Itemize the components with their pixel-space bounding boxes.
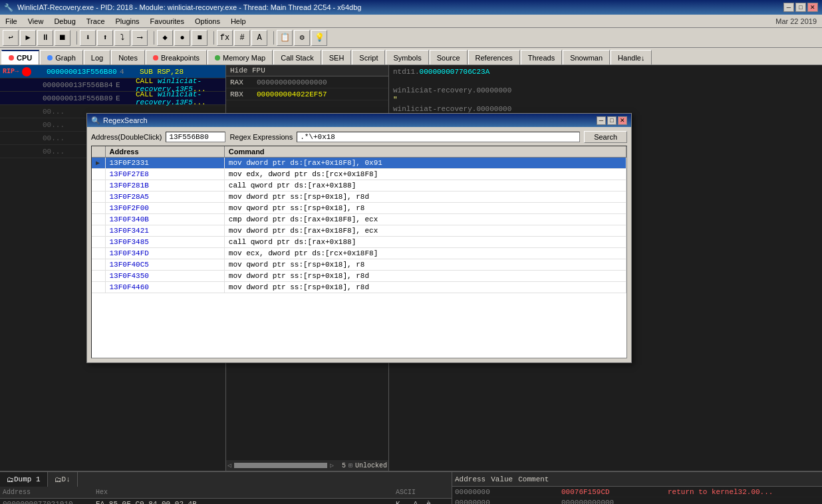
tab-snowman[interactable]: Snowman xyxy=(563,50,610,64)
tab-graph-label: Graph xyxy=(55,54,76,62)
tab-call-stack[interactable]: Call Stack xyxy=(273,50,321,64)
reg-rbx-value[interactable]: 000000004022EF57 xyxy=(257,90,384,98)
tb-pause[interactable]: ⏸ xyxy=(37,30,53,46)
regex-table-row[interactable]: 13F0F3421 mov dword ptr ds:[rax+0x18F8],… xyxy=(92,225,626,237)
regex-dialog-title[interactable]: 🔍 RegexSearch ─ □ ✕ xyxy=(87,114,631,127)
tb-restart[interactable]: ↩ xyxy=(3,30,19,46)
tb-step-into[interactable]: ⬇ xyxy=(80,30,96,46)
tb-settings[interactable]: ⚙ xyxy=(294,30,310,46)
dump-row[interactable]: 0000000077021010EA 85 0F C0 84 00 02 4BK… xyxy=(0,499,452,504)
tb-patch[interactable]: fx xyxy=(217,30,233,46)
unlock-label: Unlocked xyxy=(355,462,387,469)
tab-log[interactable]: Log xyxy=(84,50,110,64)
tab-bp-dot xyxy=(153,55,158,61)
minimize-button[interactable]: ─ xyxy=(783,3,794,12)
menu-view[interactable]: View xyxy=(25,16,47,27)
right-line-3: winliciat-recovery.00000000 xyxy=(393,86,818,94)
reg-scrollbar[interactable] xyxy=(234,463,327,468)
tab-graph-dot xyxy=(47,55,53,61)
tab-cpu[interactable]: CPU xyxy=(1,50,39,64)
regex-table-header: Address Command xyxy=(92,146,626,158)
menu-trace[interactable]: Trace xyxy=(84,16,108,27)
regex-window-controls: ─ □ ✕ xyxy=(597,116,627,125)
tab-notes-label: Notes xyxy=(118,54,138,62)
row-addr-7: 13F0F3485 xyxy=(105,237,224,248)
tb-run[interactable]: ▶ xyxy=(20,30,36,46)
regex-search-button[interactable]: Search xyxy=(584,131,627,143)
dump-tab-2[interactable]: 🗂 D↓ xyxy=(48,472,78,487)
row-addr-9: 13F0F40C5 xyxy=(105,259,224,271)
tb-run-to-cursor[interactable]: ⟶ xyxy=(132,30,148,46)
menu-favourites[interactable]: Favourites xyxy=(148,16,187,27)
menu-debug[interactable]: Debug xyxy=(51,16,78,27)
regex-expr-input[interactable] xyxy=(297,132,580,142)
row-addr-6: 13F0F3421 xyxy=(105,225,224,237)
menu-help[interactable]: Help xyxy=(228,16,249,27)
tb-step-out[interactable]: ⤵ xyxy=(114,30,130,46)
tb-log[interactable]: 📋 xyxy=(277,30,293,46)
row-cmd-11: mov dword ptr ss:[rsp+0x18], r8d xyxy=(224,282,626,293)
tab-handle[interactable]: Handle↓ xyxy=(611,50,652,64)
hide-fpu-btn[interactable]: Hide FPU xyxy=(226,65,388,76)
regex-dialog-content: Address(DoubleClick) Regex Expressions S… xyxy=(87,127,631,362)
tab-mem-dot xyxy=(215,55,220,61)
row-arrow-9 xyxy=(92,259,105,271)
regex-addr-input[interactable] xyxy=(166,132,225,142)
tab-breakpoints[interactable]: Breakpoints xyxy=(146,50,207,64)
tab-notes[interactable]: Notes xyxy=(111,50,145,64)
row-cmd-10: mov dword ptr ss:[rsp+0x18], r8d xyxy=(224,271,626,282)
stack-row[interactable]: 00000000000000000000 xyxy=(452,497,822,504)
tab-seh[interactable]: SEH xyxy=(322,50,352,64)
tb-stop[interactable]: ⏹ xyxy=(55,30,70,46)
regex-table-row[interactable]: 13F0F281B call qword ptr ds:[rax+0x188] xyxy=(92,180,626,191)
tab-graph[interactable]: Graph xyxy=(40,50,83,64)
disasm-row-2[interactable]: 000000013F556B89 E CALL winliciat-recove… xyxy=(0,92,225,105)
regex-table-row[interactable]: 13F0F340B cmp dword ptr ds:[rax+0x18F8],… xyxy=(92,214,626,225)
regex-table-row[interactable]: 13F0F3485 call qword ptr ds:[rax+0x188] xyxy=(92,237,626,248)
tb-hardware-bp[interactable]: ◆ xyxy=(157,30,173,46)
tab-threads[interactable]: Threads xyxy=(521,50,562,64)
tb-label[interactable]: A xyxy=(251,30,267,46)
tb-software-bp[interactable]: ● xyxy=(174,30,190,46)
regex-table-row[interactable]: 13F0F28A5 mov dword ptr ss:[rsp+0x18], r… xyxy=(92,191,626,203)
regex-table-row[interactable]: 13F0F4350 mov dword ptr ss:[rsp+0x18], r… xyxy=(92,271,626,282)
regex-table-row[interactable]: 13F0F34FD mov ecx, dword ptr ds:[rcx+0x1… xyxy=(92,248,626,259)
regex-table-row[interactable]: 13F0F2F00 mov qword ptr ss:[rsp+0x18], r… xyxy=(92,203,626,214)
regex-close-btn[interactable]: ✕ xyxy=(618,116,627,125)
stack-val-col: Value xyxy=(491,475,513,483)
tb-memory-bp[interactable]: ■ xyxy=(192,30,207,46)
toolbar-sep2 xyxy=(150,31,154,45)
tab-source[interactable]: Source xyxy=(430,50,468,64)
regex-minimize-btn[interactable]: ─ xyxy=(597,116,606,125)
regex-results-table[interactable]: Address Command ▶ 13F0F2331 mov dword pt… xyxy=(91,146,627,358)
regex-table-row[interactable]: 13F0F4460 mov dword ptr ss:[rsp+0x18], r… xyxy=(92,282,626,293)
tb-step-over[interactable]: ⬆ xyxy=(97,30,113,46)
dump-tab-1[interactable]: 🗂 Dump 1 xyxy=(0,472,48,487)
toolbar: ↩ ▶ ⏸ ⏹ ⬇ ⬆ ⤵ ⟶ ◆ ● ■ fx # A 📋 ⚙ 💡 xyxy=(0,28,822,48)
stack-row[interactable]: 0000000000076F159CDreturn to kernel32.00… xyxy=(452,487,822,497)
close-button[interactable]: ✕ xyxy=(807,3,818,12)
maximize-button[interactable]: □ xyxy=(795,3,806,12)
menu-plugins[interactable]: Plugins xyxy=(113,16,142,27)
menu-file[interactable]: File xyxy=(3,16,20,27)
row-addr-3: 13F0F28A5 xyxy=(105,191,224,203)
disasm-cmd-0: SUB RSP,28 xyxy=(140,68,225,76)
tab-memory-map[interactable]: Memory Map xyxy=(207,50,273,64)
tab-script[interactable]: Script xyxy=(352,50,385,64)
regex-table-row[interactable]: ▶ 13F0F2331 mov dword ptr ds:[rax+0x18F8… xyxy=(92,158,626,169)
regex-table-row[interactable]: 13F0F40C5 mov qword ptr ss:[rsp+0x18], r… xyxy=(92,259,626,271)
tab-symbols[interactable]: Symbols xyxy=(386,50,428,64)
tab-snow-label: Snowman xyxy=(570,54,603,62)
tab-bp-label: Breakpoints xyxy=(161,54,200,62)
row-arrow-4 xyxy=(92,203,105,214)
reg-rax-value[interactable]: 0000000000000000 xyxy=(257,78,384,86)
toolbar-sep1 xyxy=(73,31,77,45)
tb-about[interactable]: 💡 xyxy=(311,30,327,46)
tb-comment[interactable]: # xyxy=(234,30,250,46)
menu-options[interactable]: Options xyxy=(192,16,223,27)
tab-references[interactable]: References xyxy=(468,50,520,64)
regex-maximize-btn[interactable]: □ xyxy=(607,116,616,125)
regex-table-row[interactable]: 13F0F27E8 mov edx, dword ptr ds:[rcx+0x1… xyxy=(92,169,626,180)
regex-table: Address Command ▶ 13F0F2331 mov dword pt… xyxy=(92,146,626,293)
tab-cs-label: Call Stack xyxy=(281,54,314,62)
